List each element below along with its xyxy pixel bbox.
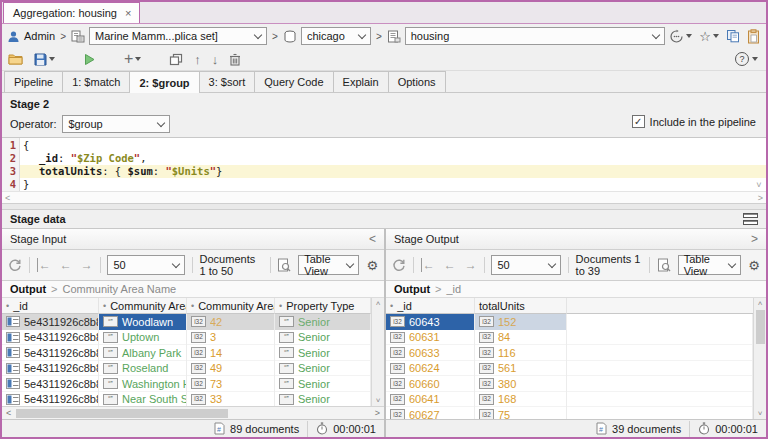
first-page-icon[interactable]: ←: [37, 258, 51, 272]
string-cell[interactable]: “”Roseland: [99, 361, 187, 377]
column-header-id[interactable]: •_id: [386, 298, 475, 314]
expand-panel-icon[interactable]: >: [751, 232, 758, 246]
page-size-dropdown[interactable]: 50: [491, 255, 560, 275]
column-header-community-area-name[interactable]: •Community Area ...: [99, 298, 187, 314]
column-header-id[interactable]: •_id: [2, 298, 99, 314]
scrollbar-thumb[interactable]: [16, 409, 228, 418]
string-cell[interactable]: “”Senior: [275, 392, 371, 407]
favorites-button[interactable]: ☆: [699, 30, 719, 43]
table-row[interactable]: 5e4311926c8b85... “”Washington H... i327…: [2, 376, 371, 392]
next-page-icon[interactable]: →: [81, 258, 93, 272]
next-page-icon[interactable]: →: [465, 258, 477, 272]
database-dropdown[interactable]: chicago: [301, 27, 371, 45]
tab-query-code[interactable]: Query Code: [255, 71, 333, 92]
column-header-community-area-number[interactable]: •Community Area ...: [187, 298, 275, 314]
tab-1-match[interactable]: 1: $match: [63, 71, 130, 92]
number-cell[interactable]: i3260624: [386, 361, 475, 377]
scrollbar-thumb[interactable]: [756, 310, 765, 344]
add-stage-button[interactable]: +: [124, 51, 141, 67]
table-row[interactable]: 5e4311926c8b85... “”Roseland i3249 “”Sen…: [2, 361, 371, 377]
scroll-down-icon[interactable]: ˅: [376, 396, 381, 405]
table-row[interactable]: i3260643 i32152: [386, 314, 753, 330]
string-cell[interactable]: “”Senior: [275, 345, 371, 361]
string-cell[interactable]: “”Near South Side: [99, 392, 187, 407]
breadcrumb-path[interactable]: Community Area Name: [62, 283, 176, 295]
string-cell[interactable]: “”Uptown: [99, 330, 187, 346]
number-cell[interactable]: i3284: [475, 330, 567, 346]
number-cell[interactable]: i3214: [187, 345, 275, 361]
objectid-cell[interactable]: 5e4311926c8b85...: [2, 392, 99, 407]
stage-output-header[interactable]: Stage Output >: [386, 229, 766, 250]
operator-dropdown[interactable]: $group: [62, 115, 170, 133]
move-stage-up-button[interactable]: ↑: [194, 53, 201, 66]
tab-options[interactable]: Options: [389, 71, 446, 92]
objectid-cell[interactable]: 5e4311926c8b85...: [2, 314, 99, 330]
run-pipeline-button[interactable]: [83, 53, 96, 66]
scroll-left-icon[interactable]: <: [6, 408, 11, 418]
previous-page-icon[interactable]: ←: [444, 258, 456, 272]
breadcrumb-path[interactable]: _id: [446, 283, 461, 295]
string-cell[interactable]: “”Washington H...: [99, 376, 187, 392]
table-row[interactable]: 5e4311926c8b85... “”Uptown i323 “”Senior: [2, 330, 371, 346]
breadcrumb-root[interactable]: Output: [10, 283, 46, 295]
gear-icon[interactable]: ⚙: [366, 258, 378, 273]
copy-button[interactable]: [726, 29, 740, 43]
string-cell[interactable]: “”Albany Park: [99, 345, 187, 361]
column-header-totalunits[interactable]: totalUnits: [475, 298, 567, 314]
string-cell[interactable]: “”Senior: [275, 330, 371, 346]
table-row[interactable]: 5e4311926c8b85... “”Albany Park i3214 “”…: [2, 345, 371, 361]
string-cell[interactable]: “”Senior: [275, 376, 371, 392]
scroll-right-icon[interactable]: >: [758, 193, 763, 203]
server-dropdown[interactable]: Marine Mamm...plica set]: [89, 27, 267, 45]
number-cell[interactable]: i3249: [187, 361, 275, 377]
number-cell[interactable]: i3260660: [386, 376, 475, 392]
number-cell[interactable]: i3242: [187, 314, 275, 330]
history-button[interactable]: [669, 29, 692, 44]
tab-aggregation-housing[interactable]: Aggregation: housing ×: [3, 2, 140, 23]
split-layout-icon[interactable]: [743, 213, 758, 225]
number-cell[interactable]: i3233: [187, 392, 275, 407]
number-cell[interactable]: i32116: [475, 345, 567, 361]
tab-pipeline[interactable]: Pipeline: [4, 71, 63, 92]
string-cell[interactable]: “”Senior: [275, 314, 371, 330]
editor-horizontal-scrollbar[interactable]: < >: [2, 191, 766, 203]
stage-input-header[interactable]: Stage Input <: [2, 229, 384, 250]
stage-input-vertical-scrollbar[interactable]: ˄ ˅: [371, 298, 384, 406]
number-cell[interactable]: i32168: [475, 392, 567, 408]
paste-button[interactable]: [747, 29, 760, 44]
stage-output-vertical-scrollbar[interactable]: ˄ ˅: [753, 298, 766, 419]
table-row[interactable]: i3260660 i32380: [386, 376, 753, 392]
string-cell[interactable]: “”Senior: [275, 361, 371, 377]
editor-results-splitter[interactable]: [2, 203, 766, 210]
number-cell[interactable]: i323: [187, 330, 275, 346]
number-cell[interactable]: i32152: [475, 314, 567, 330]
objectid-cell[interactable]: 5e4311926c8b85...: [2, 345, 99, 361]
tab-3-sort[interactable]: 3: $sort: [200, 71, 256, 92]
tab-2-group[interactable]: 2: $group: [130, 71, 199, 93]
scroll-up-icon[interactable]: ˄: [376, 299, 381, 308]
stage-input-horizontal-scrollbar[interactable]: < >: [2, 406, 384, 419]
stage-code-editor[interactable]: 1 2 3 4 { _id: "$Zip Code", totalUnits: …: [2, 137, 766, 203]
move-stage-down-button[interactable]: ↓: [212, 53, 219, 66]
number-cell[interactable]: i32561: [475, 361, 567, 377]
breadcrumb-root[interactable]: Output: [394, 283, 430, 295]
help-button[interactable]: ?: [735, 52, 758, 66]
find-in-documents-icon[interactable]: [277, 258, 291, 272]
objectid-cell[interactable]: 5e4311926c8b85...: [2, 376, 99, 392]
number-cell[interactable]: i3260641: [386, 392, 475, 408]
table-row[interactable]: i3260624 i32561: [386, 361, 753, 377]
duplicate-stage-button[interactable]: [169, 53, 183, 66]
number-cell[interactable]: i3260627: [386, 407, 475, 419]
close-icon[interactable]: ×: [125, 7, 131, 19]
table-row[interactable]: 5e4311926c8b85... “”Woodlawn i3242 “”Sen…: [2, 314, 371, 330]
delete-stage-button[interactable]: [229, 53, 241, 66]
refresh-icon[interactable]: [392, 258, 406, 272]
collapse-panel-icon[interactable]: <: [369, 232, 376, 246]
table-row[interactable]: i3260631 i3284: [386, 330, 753, 346]
table-row[interactable]: i3260633 i32116: [386, 345, 753, 361]
scroll-left-icon[interactable]: <: [5, 193, 10, 203]
gear-icon[interactable]: ⚙: [748, 258, 760, 273]
find-in-documents-icon[interactable]: [657, 258, 671, 272]
tab-explain[interactable]: Explain: [334, 71, 389, 92]
table-row[interactable]: i3260641 i32168: [386, 392, 753, 408]
